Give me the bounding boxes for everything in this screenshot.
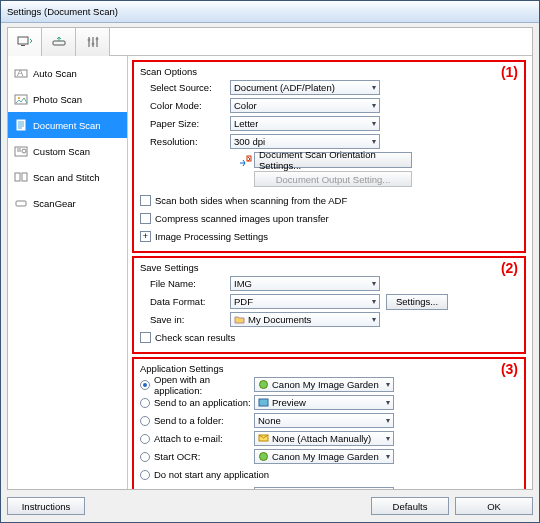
sidebar-item-scangear[interactable]: ScanGear bbox=[8, 190, 127, 216]
orientation-icon bbox=[238, 154, 252, 166]
save-in-label: Save in: bbox=[140, 314, 230, 325]
orientation-settings-button[interactable]: Document Scan Orientation Settings... bbox=[254, 152, 412, 168]
scangear-icon bbox=[14, 197, 28, 209]
sidebar-item-label: ScanGear bbox=[33, 198, 76, 209]
scanner-icon bbox=[51, 36, 67, 48]
attach-email-combo[interactable]: None (Attach Manually) bbox=[254, 431, 394, 446]
output-setting-button[interactable]: Document Output Setting... bbox=[254, 171, 412, 187]
tab-scan-from-computer[interactable] bbox=[8, 28, 42, 56]
scan-options-heading: Scan Options bbox=[140, 66, 518, 77]
sidebar-item-document-scan[interactable]: Document Scan bbox=[8, 112, 127, 138]
callout-1: (1) bbox=[501, 64, 518, 80]
compress-checkbox[interactable] bbox=[140, 213, 151, 224]
content-panel: (1) Scan Options Select Source: Document… bbox=[128, 56, 532, 489]
tab-scan-from-panel[interactable] bbox=[42, 28, 76, 56]
format-settings-button[interactable]: Settings... bbox=[386, 294, 448, 310]
open-with-radio[interactable] bbox=[140, 380, 150, 390]
file-name-label: File Name: bbox=[140, 278, 230, 289]
sidebar-item-photo-scan[interactable]: Photo Scan bbox=[8, 86, 127, 112]
image-processing-expander[interactable]: + bbox=[140, 231, 151, 242]
paper-size-label: Paper Size: bbox=[140, 118, 230, 129]
select-source-label: Select Source: bbox=[140, 82, 230, 93]
document-scan-icon bbox=[14, 119, 28, 131]
callout-3: (3) bbox=[501, 361, 518, 377]
attach-email-value: None (Attach Manually) bbox=[272, 433, 371, 444]
instructions-button[interactable]: Instructions bbox=[7, 497, 85, 515]
sidebar-item-custom-scan[interactable]: Custom Scan bbox=[8, 138, 127, 164]
svg-rect-2 bbox=[53, 41, 65, 45]
do-not-start-label: Do not start any application bbox=[154, 469, 269, 480]
format-settings-label: Settings... bbox=[396, 296, 438, 307]
color-mode-value: Color bbox=[234, 100, 257, 111]
svg-point-9 bbox=[18, 97, 20, 99]
tab-general-settings[interactable] bbox=[76, 28, 110, 56]
application-settings-heading: Application Settings bbox=[140, 363, 518, 374]
svg-point-20 bbox=[260, 453, 268, 461]
data-format-label: Data Format: bbox=[140, 296, 230, 307]
svg-rect-13 bbox=[15, 173, 20, 181]
svg-point-12 bbox=[22, 149, 26, 153]
send-app-radio[interactable] bbox=[140, 398, 150, 408]
check-results-checkbox[interactable] bbox=[140, 332, 151, 343]
file-name-value: IMG bbox=[234, 278, 252, 289]
sliders-icon bbox=[85, 36, 101, 48]
settings-window: Settings (Document Scan) A Auto Sca bbox=[0, 0, 540, 523]
output-setting-label: Document Output Setting... bbox=[276, 174, 391, 185]
color-mode-combo[interactable]: Color bbox=[230, 98, 380, 113]
data-format-combo[interactable]: PDF bbox=[230, 294, 380, 309]
ok-label: OK bbox=[487, 501, 501, 512]
attach-email-radio[interactable] bbox=[140, 434, 150, 444]
send-app-combo[interactable]: Preview bbox=[254, 395, 394, 410]
email-icon bbox=[258, 433, 269, 444]
color-mode-label: Color Mode: bbox=[140, 100, 230, 111]
send-folder-radio[interactable] bbox=[140, 416, 150, 426]
dialog-frame: A Auto Scan Photo Scan Document Scan Cus… bbox=[7, 27, 533, 490]
svg-text:A: A bbox=[17, 67, 24, 78]
data-format-value: PDF bbox=[234, 296, 253, 307]
image-processing-label: Image Processing Settings bbox=[155, 231, 268, 242]
titlebar: Settings (Document Scan) bbox=[1, 1, 539, 23]
start-ocr-radio[interactable] bbox=[140, 452, 150, 462]
window-title: Settings (Document Scan) bbox=[7, 6, 118, 17]
sidebar-item-scan-and-stitch[interactable]: Scan and Stitch bbox=[8, 164, 127, 190]
sidebar-item-auto-scan[interactable]: A Auto Scan bbox=[8, 60, 127, 86]
sidebar-item-label: Scan and Stitch bbox=[33, 172, 100, 183]
select-source-value: Document (ADF/Platen) bbox=[234, 82, 335, 93]
sidebar-item-label: Auto Scan bbox=[33, 68, 77, 79]
ok-button[interactable]: OK bbox=[455, 497, 533, 515]
check-results-label: Check scan results bbox=[155, 332, 235, 343]
defaults-button[interactable]: Defaults bbox=[371, 497, 449, 515]
compress-label: Compress scanned images upon transfer bbox=[155, 213, 329, 224]
file-name-combo[interactable]: IMG bbox=[230, 276, 380, 291]
app-icon bbox=[258, 451, 269, 462]
svg-rect-15 bbox=[16, 201, 26, 206]
send-app-label: Send to an application: bbox=[154, 397, 254, 408]
select-source-combo[interactable]: Document (ADF/Platen) bbox=[230, 80, 380, 95]
both-sides-label: Scan both sides when scanning from the A… bbox=[155, 195, 347, 206]
do-not-start-radio[interactable] bbox=[140, 470, 150, 480]
svg-rect-1 bbox=[21, 45, 25, 46]
folder-icon bbox=[234, 314, 245, 325]
svg-point-3 bbox=[87, 39, 90, 42]
custom-scan-icon bbox=[14, 145, 28, 157]
send-app-value: Preview bbox=[272, 397, 306, 408]
more-functions-button[interactable]: More Functions bbox=[254, 487, 394, 489]
attach-email-label: Attach to e-mail: bbox=[154, 433, 254, 444]
start-ocr-label: Start OCR: bbox=[154, 451, 254, 462]
paper-size-combo[interactable]: Letter bbox=[230, 116, 380, 131]
resolution-combo[interactable]: 300 dpi bbox=[230, 134, 380, 149]
photo-scan-icon bbox=[14, 93, 28, 105]
svg-point-4 bbox=[91, 43, 94, 46]
defaults-label: Defaults bbox=[393, 501, 428, 512]
sidebar-item-label: Document Scan bbox=[33, 120, 101, 131]
start-ocr-combo[interactable]: Canon My Image Garden bbox=[254, 449, 394, 464]
send-folder-combo[interactable]: None bbox=[254, 413, 394, 428]
resolution-value: 300 dpi bbox=[234, 136, 265, 147]
resolution-label: Resolution: bbox=[140, 136, 230, 147]
svg-point-17 bbox=[260, 381, 268, 389]
send-folder-label: Send to a folder: bbox=[154, 415, 254, 426]
save-in-combo[interactable]: My Documents bbox=[230, 312, 380, 327]
both-sides-checkbox[interactable] bbox=[140, 195, 151, 206]
footer: Instructions Defaults OK bbox=[7, 496, 533, 516]
open-with-combo[interactable]: Canon My Image Garden bbox=[254, 377, 394, 392]
